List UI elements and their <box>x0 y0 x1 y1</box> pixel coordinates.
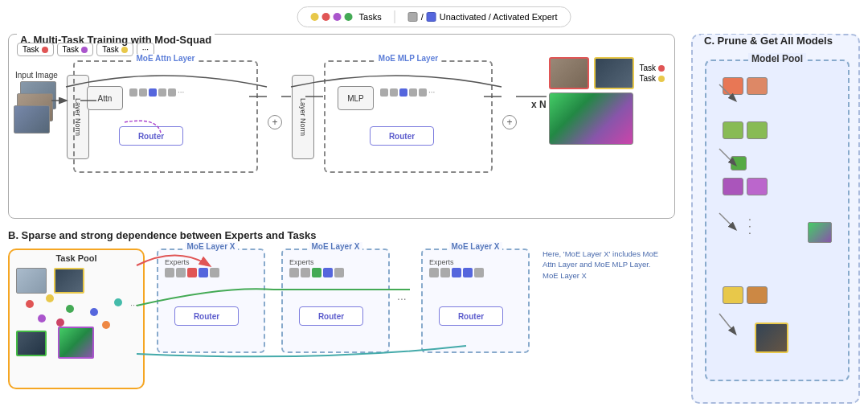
task-tab-ellipsis: ··· <box>142 45 149 54</box>
b-exp-gray-8 <box>440 268 450 277</box>
section-b-title: B. Sparse and strong dependence between … <box>8 229 675 241</box>
model-pool-box: Model Pool ··· <box>705 60 850 381</box>
moe-attn-box: MoE Attn Layer Attn ··· Router <box>73 60 258 173</box>
exp-ellipsis-1: ··· <box>178 88 184 97</box>
router-b-3-label: Router <box>458 312 484 321</box>
router-box-1: Router <box>119 126 183 146</box>
model-sq-green-s <box>731 156 747 171</box>
legend-expert-label: Unactivated / Activated Expert <box>440 12 558 22</box>
router-1-label: Router <box>138 132 164 141</box>
task-label-right-2: Task <box>639 74 665 83</box>
pool-img-1 <box>16 268 47 294</box>
legend-task-dots <box>311 13 353 21</box>
task-right-dot-2 <box>658 76 665 82</box>
attn-box: Attn <box>87 86 123 110</box>
b-exp-gray-6 <box>334 268 344 277</box>
scatter-dot-8 <box>56 318 64 327</box>
section-a: A. Multi-Task Training with Mod-Squad Ta… <box>8 34 675 219</box>
moe-layer-b-3: MoE Layer X Experts Router <box>421 249 530 353</box>
note-text: Here, 'MoE Layer X' includes MoE Attn La… <box>542 249 658 281</box>
c-img-purple <box>808 222 832 243</box>
legend-dot-green <box>345 13 353 21</box>
attn-label: Attn <box>98 94 113 103</box>
scatter-dot-1 <box>26 300 34 308</box>
input-image-label: Input Image <box>15 71 58 80</box>
task-tab-3-dot <box>121 47 128 53</box>
b-exp-blue-1 <box>199 268 208 277</box>
model-pool-label: Model Pool <box>748 53 806 64</box>
b-exp-gray-5 <box>301 268 310 277</box>
legend-dot-purple <box>334 13 342 21</box>
pool-img-4 <box>58 327 94 359</box>
b-exp-blue-2 <box>323 268 333 277</box>
exp-dot-gray-7 <box>409 88 417 97</box>
scatter-dot-4 <box>38 314 46 323</box>
moe-mlp-label: MoE MLP Layer <box>375 54 441 63</box>
scatter-dot-2 <box>46 294 54 302</box>
task-tab-2-dot <box>81 47 88 53</box>
b-expert-dots-3 <box>429 268 484 277</box>
attn-expert-dots: ··· <box>129 88 184 97</box>
b-exp-gray-9 <box>474 268 484 277</box>
exp-dot-gray-4 <box>168 88 176 97</box>
b-exp-gray-2 <box>176 268 186 277</box>
task-images-right: Task Task <box>549 57 665 145</box>
b-exp-gray-3 <box>210 268 219 277</box>
scatter-dot-5 <box>90 308 98 316</box>
pool-ellipsis: ··· <box>130 300 137 310</box>
model-sq-3a <box>723 178 743 195</box>
model-sq-1b <box>747 77 768 95</box>
router-b-3: Router <box>439 306 503 326</box>
exp-dot-blue-1 <box>149 88 157 97</box>
task-img-2 <box>594 57 634 89</box>
scatter-dot-7 <box>114 298 122 306</box>
moe-layer-b-3-label: MoE Layer X <box>448 242 502 251</box>
task-tab-2-label: Task <box>63 45 80 54</box>
legend-tasks-label: Tasks <box>359 12 382 22</box>
task-pool-label: Task Pool <box>55 253 96 263</box>
legend-expert: / Unactivated / Activated Expert <box>408 12 558 22</box>
unactivated-expert-icon <box>408 12 418 22</box>
task-tab-1-dot <box>42 47 48 53</box>
experts-label-1: Experts <box>165 258 190 266</box>
pool-img-2 <box>54 268 84 294</box>
model-sq-4b <box>747 286 768 304</box>
legend-dot-red <box>322 13 330 21</box>
c-final-img <box>755 323 788 353</box>
plus-1-icon: + <box>272 117 277 128</box>
router-box-2: Router <box>370 126 434 146</box>
layer-norm-2: Layer Norm <box>292 75 314 159</box>
activated-expert-icon <box>427 12 436 22</box>
router-b-1-label: Router <box>194 312 219 321</box>
task-img-row-top: Task Task <box>549 57 665 89</box>
legend-slash: / <box>421 12 424 22</box>
router-b-2: Router <box>299 306 363 326</box>
b-exp-red-1 <box>187 268 197 277</box>
task-img-right-labels: Task Task <box>639 64 665 83</box>
exp-dot-gray-5 <box>380 88 388 97</box>
img-thumb-3 <box>14 105 50 134</box>
task-tab-3: Task <box>96 43 133 56</box>
legend-divider <box>395 10 395 23</box>
moe-mlp-box: MoE MLP Layer MLP ··· Router <box>324 60 493 173</box>
b-exp-blue-3 <box>452 268 461 277</box>
exp-dot-gray-2 <box>139 88 147 97</box>
exp-dot-gray-3 <box>158 88 166 97</box>
pool-img-3 <box>16 331 47 356</box>
b-exp-blue-4 <box>463 268 473 277</box>
section-b: B. Sparse and strong dependence between … <box>8 229 675 406</box>
plus-circle-2: + <box>502 115 517 129</box>
exp-dot-blue-2 <box>399 88 407 97</box>
exp-dot-gray-6 <box>390 88 398 97</box>
model-pair-1 <box>723 77 768 95</box>
exp-dot-gray-1 <box>129 88 137 97</box>
task-tab-2: Task <box>57 43 94 56</box>
task-img-seg <box>549 92 633 145</box>
legend-dot-yellow <box>311 13 319 21</box>
section-c-title: C. Prune & Get All Models <box>701 35 836 47</box>
b-exp-gray-7 <box>429 268 439 277</box>
b-exp-gray-1 <box>165 268 174 277</box>
router-b-2-label: Router <box>318 312 344 321</box>
model-pair-green-small <box>731 156 747 171</box>
exp-dot-gray-8 <box>419 88 427 97</box>
